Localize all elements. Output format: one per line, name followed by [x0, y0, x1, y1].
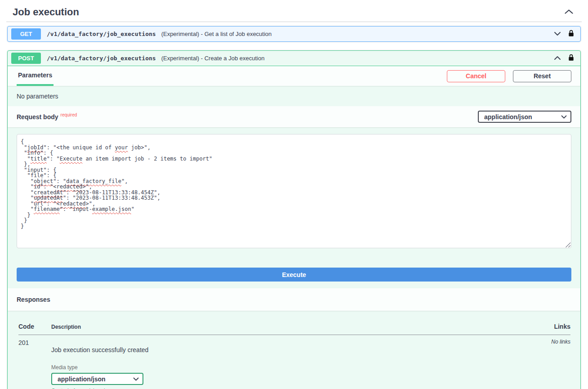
get-auth-lock-button[interactable] — [568, 30, 574, 38]
get-operation-summary[interactable]: GET /v1/data_factory/job_executions (Exp… — [8, 27, 580, 41]
responses-header: Responses — [8, 288, 580, 311]
execute-button[interactable]: Execute — [17, 268, 571, 282]
responses-table-header: Code Description Links — [18, 311, 570, 335]
get-operation-description: (Experimental) - Get a list of Job execu… — [161, 31, 272, 37]
chevron-up-icon — [564, 9, 574, 16]
tab-parameters[interactable]: Parameters — [17, 66, 53, 86]
request-media-type-select[interactable]: application/json — [478, 111, 571, 123]
post-auth-lock-button[interactable] — [568, 54, 574, 63]
required-badge: required — [61, 112, 77, 117]
tag-section-header: Job execution — [0, 0, 588, 18]
response-code: 201 — [18, 335, 51, 389]
get-operation-block: GET /v1/data_factory/job_executions (Exp… — [7, 26, 581, 42]
request-body-header: Request bodyrequired application/json — [8, 106, 580, 127]
post-operation-body: Parameters Cancel Reset No parameters Re… — [8, 66, 580, 389]
request-body-editor-wrap: { "jobId": "<the unique id of your job>"… — [17, 134, 571, 248]
cancel-button[interactable]: Cancel — [447, 70, 505, 82]
section-collapse-button[interactable] — [564, 9, 574, 16]
post-collapse-button[interactable] — [554, 55, 561, 62]
reset-button[interactable]: Reset — [513, 70, 571, 82]
request-media-type-select-wrap: application/json — [478, 111, 571, 123]
chevron-up-icon — [554, 55, 561, 62]
request-body-label: Request body — [17, 113, 58, 121]
get-operation-path: /v1/data_factory/job_executions — [47, 31, 156, 37]
responses-title: Responses — [17, 296, 50, 303]
get-method-badge: GET — [11, 28, 41, 40]
code-column-header: Code — [18, 323, 51, 330]
post-operation-summary[interactable]: POST /v1/data_factory/job_executions (Ex… — [8, 51, 580, 66]
lock-icon — [568, 30, 574, 38]
response-description: Job execution successfully created — [51, 346, 517, 353]
swagger-page: Job execution GET /v1/data_factory/job_e… — [0, 0, 588, 389]
post-operation-path: /v1/data_factory/job_executions — [47, 55, 156, 62]
response-row-201: 201 Job execution successfully created M… — [18, 335, 570, 389]
request-body-editor[interactable]: { "jobId": "<the unique id of your job>"… — [17, 134, 571, 248]
post-operation-description: (Experimental) - Create a Job execution — [161, 55, 265, 62]
section-title: Job execution — [13, 6, 79, 18]
post-operation-block: POST /v1/data_factory/job_executions (Ex… — [7, 50, 581, 389]
links-column-header: Links — [517, 323, 570, 330]
media-type-label: Media type — [51, 364, 517, 371]
lock-icon — [568, 54, 574, 63]
no-parameters-message: No parameters — [8, 86, 580, 106]
description-column-header: Description — [51, 324, 517, 330]
parameters-tab-label: Parameters — [18, 72, 52, 79]
get-expand-button[interactable] — [554, 31, 561, 37]
response-links: No links — [517, 335, 570, 389]
section-divider — [6, 22, 582, 22]
chevron-down-icon — [554, 31, 561, 37]
response-media-type-select[interactable]: application/json — [51, 373, 143, 385]
response-media-type-select-wrap: application/json — [51, 373, 143, 385]
parameters-header: Parameters Cancel Reset — [8, 66, 580, 86]
responses-table: Code Description Links 201 Job execution… — [8, 311, 580, 389]
post-method-badge: POST — [11, 53, 41, 64]
